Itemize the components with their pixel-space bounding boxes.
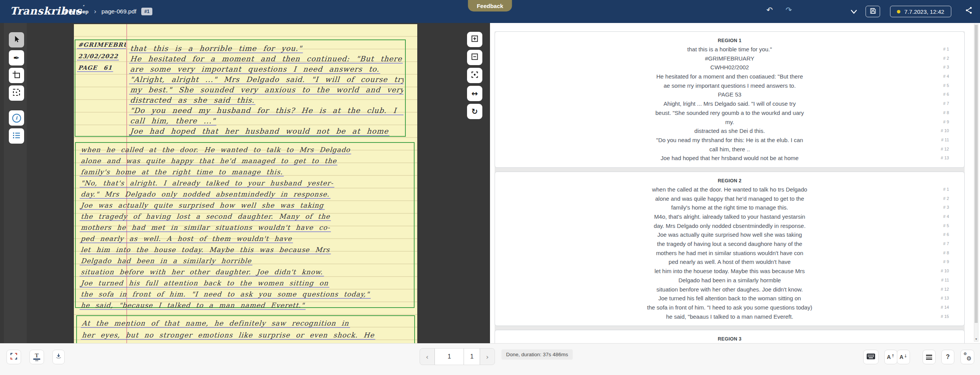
breadcrumb-collection[interactable]: Grim Deep [62,9,88,15]
transcript-line[interactable]: he said, "beaaus I talked to a man named… [495,312,964,321]
transcript-line-text[interactable]: the sofa in front of him. "I heed to ask… [647,304,812,311]
transcript-line[interactable]: "Do you nead my thrshand for this: He is… [495,136,964,145]
transcript-line[interactable]: let him into the houese today. Maybe thi… [495,267,964,276]
transcript-line-text[interactable]: mothers he had met in similar stuations … [656,250,804,256]
transcript-line[interactable]: day. Mrs Delgado only nodded cbsentminde… [495,221,964,231]
document-title[interactable]: page-069.pdf [101,0,136,23]
transcript-line-text[interactable]: Joe had hoped that her hrsband would not… [661,155,799,161]
chevron-down-icon[interactable] [851,8,857,16]
transcript-line[interactable]: the sofa in front of him. "I heed to ask… [495,303,964,312]
text-region-1-outline[interactable]: that this is a horrible time for you."He… [75,39,406,137]
transcript-line-text[interactable]: day. Mrs Delgado only nodded cbsentminde… [654,223,806,229]
undo-icon[interactable]: ↶ [766,5,773,15]
download-button[interactable] [52,350,65,364]
version-button[interactable]: 7.7.2023, 12:42 [890,6,951,17]
transcript-line[interactable]: Ahight, lright ... Mrs Delgado said. "I … [495,99,964,108]
fit-to-screen-button[interactable] [467,68,482,83]
virtual-keyboard-button[interactable] [863,350,879,364]
share-icon[interactable] [965,6,973,16]
transcript-line-text[interactable]: M4o, that's alright. ialready talked to … [654,213,805,220]
transcript-line[interactable]: Joe was actually quite surprised how wel… [495,230,964,239]
rotate-button[interactable]: ↻ [467,104,482,119]
transcript-line[interactable]: ped nearly as well. A host of them would… [495,257,964,267]
transcript-line-text[interactable]: #GRIMFEBRUARY [705,55,755,62]
font-size-increase-button[interactable]: A↑ [884,350,897,364]
save-button[interactable] [866,6,880,17]
line-view-button[interactable] [923,350,936,364]
transcript-line[interactable]: CWHH02/2002# 3 [495,63,964,72]
transcript-line-text[interactable]: alone and was quile happy that he'd mana… [655,195,804,202]
transcript-line[interactable]: when the called at the door. He wanted t… [495,185,964,194]
transcript-line[interactable]: M4o, that's alright. ialready talked to … [495,212,964,221]
transcript-line-text[interactable]: the tragedy of having lout a second daug… [657,241,802,247]
next-page-button[interactable]: › [480,349,495,365]
add-region-tool-button[interactable] [9,68,24,83]
text-region-3-outline[interactable]: At the mention of that name, he definite… [76,315,415,343]
transcript-line[interactable]: call him, there ..# 12 [495,145,964,154]
transcript-line-number: # 9 [943,257,949,267]
transcript-line-text[interactable]: he said, "beaaus I talked to a man named… [666,313,793,320]
fit-width-button[interactable]: ↔ [467,86,482,101]
previous-page-button[interactable]: ‹ [420,349,434,365]
panel-scrollbar[interactable]: ▾ [974,24,978,342]
transcript-line-text[interactable]: let him into the houese today. Maybe thi… [655,268,805,274]
transcript-line-text[interactable]: ped nearly as well. A host of them would… [669,259,791,265]
transcript-line-text[interactable]: call him, there .. [709,146,750,152]
transcript-line[interactable]: my.# 9 [495,118,964,127]
text-region-2-outline[interactable]: when he called at the door. He wanted to… [75,142,415,308]
select-tool-button[interactable] [9,32,24,47]
transcript-line-text[interactable]: beust. "She sounded rery goumb a to the … [655,110,804,116]
transcript-line-text[interactable]: situation benfore with her other daughes… [657,286,803,293]
help-button[interactable]: ? [941,350,954,364]
transcript-line[interactable]: #GRIMFEBRUARY# 2 [495,54,964,63]
transcript-line-text[interactable]: PAGE 53 [718,91,741,98]
transcript-line[interactable]: alone and was quile happy that he'd mana… [495,194,964,203]
transcript-line-text[interactable]: family's home at the right time to manag… [671,204,788,211]
transcript-line[interactable]: He hesitated for a moment and then coati… [495,72,964,81]
transcript-line[interactable]: distracted as she Dei d this.# 10 [495,126,964,136]
feedback-button[interactable]: Feedback [468,0,512,11]
scrollbar-down-arrow[interactable]: ▾ [974,337,978,341]
transcript-line-text[interactable]: ae some rry important questions I meed a… [663,82,795,89]
transcript-line-text[interactable]: distracted as she Dei d this. [694,128,765,134]
transcript-line[interactable]: that this is a horible time for you."# 1 [495,45,964,54]
zoom-out-button[interactable] [467,50,482,65]
transcript-line[interactable]: PAGE 53# 6 [495,90,964,99]
transcript-line[interactable]: ae some rry important questions I meed a… [495,81,964,90]
document-canvas[interactable]: ✒ i [0,23,490,343]
layers-list-button[interactable] [9,128,24,144]
scrollbar-thumb[interactable] [975,25,978,323]
transcript-line-text[interactable]: Delgado had been in a similarly hormble [678,277,781,283]
transcript-line-text[interactable]: "Do you nead my thrshand for this: He is… [656,137,803,143]
transcript-line[interactable]: the tragedy of having lout a second daug… [495,239,964,249]
handwriting-text: distracted as she said this. [129,96,256,105]
transcript-line[interactable]: family's home at the right time to manag… [495,203,964,212]
transcript-line-text[interactable]: my. [725,119,734,125]
transcript-line-text[interactable]: Joe turned his fell altention back to th… [658,295,801,301]
transcript-line[interactable]: beust. "She sounded rery goumb a to the … [495,108,964,118]
transcript-line[interactable]: Joe turned his fell altention back to th… [495,294,964,303]
redo-icon[interactable]: ↷ [786,5,792,15]
transcript-line[interactable]: mothers he had met in similar stuations … [495,249,964,258]
transcript-line-text[interactable]: He hesitated for a moment and then coati… [656,73,803,80]
current-page-input[interactable]: 1 [434,349,464,365]
draw-baseline-tool-button[interactable]: ✒ [9,50,24,66]
transcript-line-text[interactable]: CWHH02/2002 [710,64,749,70]
text-layer-button[interactable]: T [29,350,44,364]
split-region-tool-button[interactable] [9,85,24,101]
transcript-line[interactable]: situation benfore with her other daughes… [495,285,964,294]
settings-button[interactable]: ⚙ ⚙ [960,350,974,364]
transcript-line-text[interactable]: Joe was actually quite surprised how wel… [657,231,802,238]
download-icon [55,352,62,362]
transcript-line-text[interactable]: Ahight, lright ... Mrs Delgado said. "I … [663,100,795,107]
transcript-line-text[interactable]: that this is a horible time for you." [687,46,772,52]
font-size-decrease-button[interactable]: A↓ [897,350,910,364]
info-button[interactable]: i [9,110,24,126]
transcript-line-text[interactable]: when the called at the door. He wanted t… [652,186,807,193]
transcript-line[interactable]: Delgado had been in a similarly hormble#… [495,276,964,285]
scanned-page-image[interactable]: #GRIMFEBRUARY23/02/2022PAGE 61 that this… [74,24,417,343]
fullscreen-button[interactable] [7,350,21,364]
transcript-line[interactable]: Joe had hoped that her hrsband would not… [495,154,964,163]
zoom-in-button[interactable] [467,32,482,47]
total-pages-field[interactable]: 1 [464,349,480,365]
